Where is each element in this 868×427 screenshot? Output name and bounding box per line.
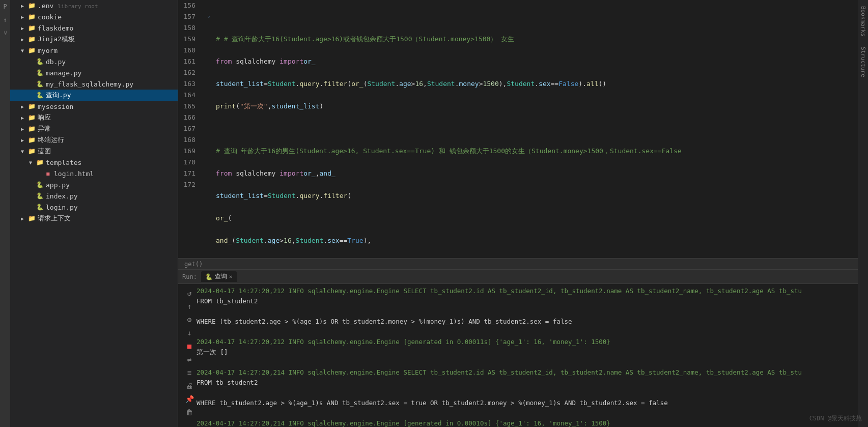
file-icon: 🐍 [35, 92, 45, 99]
sidebar-item-jinja2[interactable]: ▶ 📁 Jinja2模板 [10, 34, 178, 45]
bottom-content: ↺ ↑ ⚙ ↓ ■ ⇌ ≡ 🖨 📌 🗑 2024-04-17 14:27:20,… [178, 284, 858, 427]
line-numbers: 156 157 158 159 160 161 162 163 164 165 … [178, 0, 204, 258]
arrow-icon: ▶ [18, 115, 26, 121]
output-line-1: 2024-04-17 14:27:20,212 INFO sqlalchemy.… [197, 287, 802, 295]
activity-bar: P ↑ ⑂ [0, 0, 10, 427]
sidebar-item-label: myorm [38, 47, 178, 54]
sidebar-item-label: 终端运行 [38, 135, 178, 145]
code-line-163: from sqlalchemy import or_, and_ [216, 168, 858, 179]
arrow-icon: ▶ [18, 25, 26, 31]
scroll-up-icon[interactable]: ↑ [184, 301, 194, 311]
arrow-icon: ▶ [18, 104, 26, 109]
output-line-3: WHERE (tb_student2.age > %(age_1)s OR tb… [197, 317, 854, 327]
code-line-160: print("第一次",student_list) [216, 101, 858, 112]
sidebar-item-label: login.py [46, 204, 178, 211]
output-line-9: 2024-04-17 14:27:20,214 INFO sqlalchemy.… [197, 419, 610, 427]
file-icon: 🐍 [35, 181, 45, 188]
bottom-tab-bar: Run: 🐍 查询 ✕ [178, 270, 858, 284]
file-icon: 🐍 [35, 192, 45, 200]
sidebar-item-app[interactable]: 🐍 app.py [10, 179, 178, 190]
code-line-157: # # 查询年龄大于16(Student.age>16)或者钱包余额大于1500… [216, 34, 858, 45]
arrow-icon: ▶ [18, 3, 26, 9]
file-icon: 🐍 [35, 204, 45, 211]
arrow-icon: ▶ [18, 126, 26, 132]
sidebar-item-manage[interactable]: 🐍 manage.py [10, 67, 178, 78]
scroll-down-icon[interactable]: ↓ [184, 328, 194, 338]
folder-icon: 📁 [26, 215, 37, 222]
branch-icon[interactable]: ⑂ [1, 29, 10, 38]
file-icon: 🐍 [35, 58, 45, 65]
code-line-165: or_( [216, 213, 858, 224]
sidebar-item-db[interactable]: 🐍 db.py [10, 56, 178, 67]
folder-icon: 📁 [26, 24, 37, 32]
file-icon: 🐍 [35, 69, 45, 76]
code-line-164: student_list = Student.query.filter( [216, 190, 858, 202]
code-line-166: and_(Student.age>16, Student.sex==True), [216, 235, 858, 246]
sidebar-item-qingqiu[interactable]: ▶ 📁 请求上下文 [10, 213, 178, 224]
sidebar-item-label: flaskdemo [38, 24, 178, 32]
file-icon: 🐍 [35, 80, 45, 88]
sidebar-item-xiangying[interactable]: ▶ 📁 响应 [10, 112, 178, 123]
output-line-8: WHERE tb_student2.age > %(age_1)s AND tb… [197, 398, 854, 408]
editor-footer-text: get() [184, 261, 203, 268]
settings-icon[interactable]: ⚙ [184, 315, 194, 325]
tab-icon: 🐍 [205, 273, 213, 280]
sidebar-item-label: 查询.py [46, 91, 178, 100]
output-line-5: 第一次 [] [197, 347, 854, 357]
sidebar-item-templates[interactable]: ▼ 📁 templates [10, 157, 178, 168]
code-line-158: from sqlalchemy import or_ [216, 56, 858, 67]
project-icon[interactable]: P [1, 2, 10, 11]
code-line-156 [216, 11, 858, 22]
file-icon: ◼ [43, 170, 53, 177]
folder-icon: 📁 [26, 36, 37, 43]
sidebar-item-myflask[interactable]: 🐍 my_flask_sqlalchemy.py [10, 78, 178, 90]
arrow-icon: ▶ [18, 37, 26, 42]
sidebar-item-cookie[interactable]: ▶ 📁 cookie [10, 11, 178, 22]
sidebar-item-label: db.py [46, 58, 178, 66]
pin-icon[interactable]: 📌 [184, 394, 194, 404]
sidebar-item-login-py[interactable]: 🐍 login.py [10, 202, 178, 213]
sidebar-item-label: 蓝图 [38, 147, 178, 156]
run-label: Run: [182, 273, 197, 280]
sidebar-item-mysession[interactable]: ▶ 📁 mysession [10, 101, 178, 112]
print-icon[interactable]: 🖨 [184, 381, 194, 391]
sidebar-item-yichang[interactable]: ▶ 📁 异常 [10, 123, 178, 134]
trash-icon[interactable]: 🗑 [184, 407, 194, 417]
sidebar-item-index[interactable]: 🐍 index.py [10, 190, 178, 202]
output-line-2: FROM tb_student2 [197, 296, 854, 306]
sidebar-item-lantu[interactable]: ▼ 📁 蓝图 [10, 146, 178, 157]
folder-icon: 📁 [26, 2, 37, 9]
sidebar-item-myorm[interactable]: ▼ 📁 myorm [10, 45, 178, 56]
folder-icon: 📁 [26, 47, 37, 54]
code-line-159: student_list = Student.query.filter(or_(… [216, 78, 858, 90]
stop-icon[interactable]: ■ [184, 341, 194, 351]
sidebar-item-chaxun[interactable]: 🐍 查询.py [10, 90, 178, 101]
code-content[interactable]: # # 查询年龄大于16(Student.age>16)或者钱包余额大于1500… [214, 0, 858, 258]
sidebar-item-label: 异常 [38, 124, 178, 133]
folder-icon: 📁 [35, 159, 45, 166]
align-icon[interactable]: ≡ [184, 367, 194, 378]
bookmarks-label[interactable]: Bookmarks [860, 6, 866, 37]
arrow-icon: ▶ [18, 14, 26, 20]
code-line-161 [216, 123, 858, 134]
bottom-controls: ↺ ↑ ⚙ ↓ ■ ⇌ ≡ 🖨 📌 🗑 [182, 286, 197, 425]
sidebar-item-label: login.html [54, 170, 178, 178]
tab-close-icon[interactable]: ✕ [229, 273, 233, 280]
wrap-icon[interactable]: ⇌ [184, 354, 194, 364]
restart-icon[interactable]: ↺ [184, 288, 194, 298]
sidebar-item-label: templates [46, 159, 178, 166]
commit-icon[interactable]: ↑ [1, 15, 10, 24]
tab-label: 查询 [215, 272, 227, 281]
bottom-tab-chaxun[interactable]: 🐍 查询 ✕ [201, 271, 237, 282]
editor-gutter: ◦ [204, 0, 214, 258]
sidebar-item-zhongduan[interactable]: ▶ 📁 终端运行 [10, 134, 178, 146]
arrow-icon: ▼ [18, 48, 26, 53]
folder-icon: 📁 [26, 136, 37, 144]
sidebar-item-flaskdemo[interactable]: ▶ 📁 flaskdemo [10, 22, 178, 34]
arrow-icon: ▶ [18, 137, 26, 143]
code-editor: 156 157 158 159 160 161 162 163 164 165 … [178, 0, 858, 269]
sidebar-item-label: app.py [46, 181, 178, 189]
sidebar-item-login-html[interactable]: ◼ login.html [10, 168, 178, 179]
structure-label[interactable]: Structure [860, 47, 866, 77]
sidebar-item-env[interactable]: ▶ 📁 .env library root [10, 0, 178, 11]
